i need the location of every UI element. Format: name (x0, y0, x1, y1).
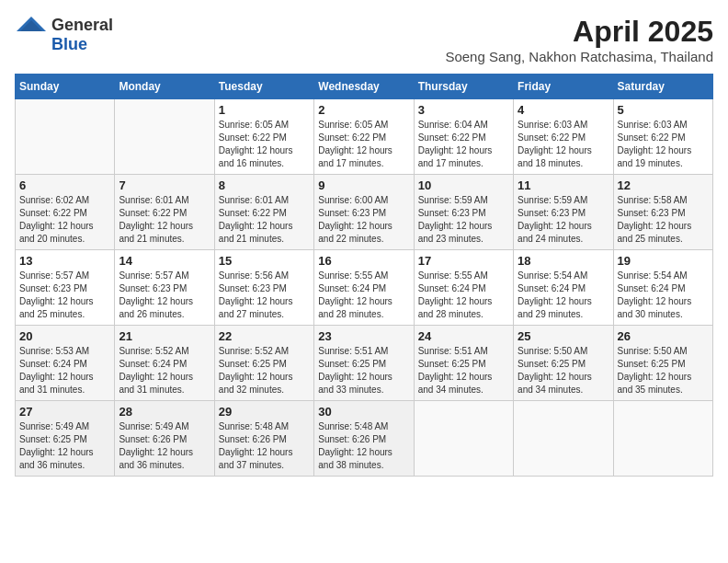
day-number: 26 (618, 329, 709, 343)
calendar-cell: 14Sunrise: 5:57 AM Sunset: 6:23 PM Dayli… (115, 250, 214, 326)
calendar-cell: 21Sunrise: 5:52 AM Sunset: 6:24 PM Dayli… (115, 326, 214, 401)
calendar-cell: 25Sunrise: 5:50 AM Sunset: 6:25 PM Dayli… (514, 326, 613, 401)
day-number: 22 (219, 329, 310, 343)
day-info: Sunrise: 5:51 AM Sunset: 6:25 PM Dayligh… (418, 345, 509, 396)
calendar-cell: 28Sunrise: 5:49 AM Sunset: 6:26 PM Dayli… (115, 401, 214, 477)
calendar-cell: 18Sunrise: 5:54 AM Sunset: 6:24 PM Dayli… (514, 250, 613, 326)
day-info: Sunrise: 5:59 AM Sunset: 6:23 PM Dayligh… (518, 194, 609, 246)
day-number: 5 (618, 103, 709, 117)
day-info: Sunrise: 5:51 AM Sunset: 6:25 PM Dayligh… (318, 345, 409, 396)
logo: General Blue (15, 15, 113, 54)
day-info: Sunrise: 5:48 AM Sunset: 6:26 PM Dayligh… (219, 420, 310, 472)
calendar-week-row: 6Sunrise: 6:02 AM Sunset: 6:22 PM Daylig… (16, 175, 713, 250)
day-info: Sunrise: 5:50 AM Sunset: 6:25 PM Dayligh… (618, 345, 709, 396)
day-number: 24 (418, 329, 509, 343)
day-number: 1 (219, 103, 310, 117)
calendar-cell: 12Sunrise: 5:58 AM Sunset: 6:23 PM Dayli… (613, 175, 712, 250)
calendar-cell: 19Sunrise: 5:54 AM Sunset: 6:24 PM Dayli… (613, 250, 712, 326)
day-info: Sunrise: 6:01 AM Sunset: 6:22 PM Dayligh… (219, 194, 310, 246)
calendar-cell: 16Sunrise: 5:55 AM Sunset: 6:24 PM Dayli… (314, 250, 414, 326)
calendar-cell: 4Sunrise: 6:03 AM Sunset: 6:22 PM Daylig… (514, 99, 613, 175)
calendar-cell: 7Sunrise: 6:01 AM Sunset: 6:22 PM Daylig… (115, 175, 214, 250)
calendar-cell: 23Sunrise: 5:51 AM Sunset: 6:25 PM Dayli… (314, 326, 414, 401)
day-info: Sunrise: 6:05 AM Sunset: 6:22 PM Dayligh… (318, 119, 409, 170)
day-info: Sunrise: 6:01 AM Sunset: 6:22 PM Dayligh… (119, 194, 210, 246)
day-number: 30 (318, 405, 409, 419)
day-number: 27 (19, 405, 110, 419)
calendar-cell: 8Sunrise: 6:01 AM Sunset: 6:22 PM Daylig… (214, 175, 313, 250)
calendar-header-row: SundayMondayTuesdayWednesdayThursdayFrid… (16, 75, 713, 99)
day-info: Sunrise: 5:52 AM Sunset: 6:25 PM Dayligh… (219, 345, 310, 396)
calendar-cell: 26Sunrise: 5:50 AM Sunset: 6:25 PM Dayli… (613, 326, 712, 401)
calendar-cell (414, 401, 513, 477)
calendar-cell: 24Sunrise: 5:51 AM Sunset: 6:25 PM Dayli… (414, 326, 513, 401)
day-number: 4 (518, 103, 609, 117)
day-number: 14 (119, 254, 210, 268)
calendar-cell: 17Sunrise: 5:55 AM Sunset: 6:24 PM Dayli… (414, 250, 513, 326)
calendar-cell: 11Sunrise: 5:59 AM Sunset: 6:23 PM Dayli… (514, 175, 613, 250)
calendar-cell (613, 401, 712, 477)
day-info: Sunrise: 5:56 AM Sunset: 6:23 PM Dayligh… (219, 270, 310, 321)
day-info: Sunrise: 5:49 AM Sunset: 6:25 PM Dayligh… (19, 420, 110, 472)
day-info: Sunrise: 5:53 AM Sunset: 6:24 PM Dayligh… (19, 345, 110, 396)
calendar-cell (16, 99, 115, 175)
day-info: Sunrise: 5:59 AM Sunset: 6:23 PM Dayligh… (418, 194, 509, 246)
day-number: 29 (219, 405, 310, 419)
weekday-header-sunday: Sunday (16, 75, 115, 99)
page-header: General Blue April 2025 Soeng Sang, Nakh… (15, 15, 713, 64)
calendar-cell (115, 99, 214, 175)
month-title: April 2025 (445, 15, 713, 49)
title-section: April 2025 Soeng Sang, Nakhon Ratchasima… (445, 15, 713, 64)
calendar-cell: 29Sunrise: 5:48 AM Sunset: 6:26 PM Dayli… (214, 401, 313, 477)
calendar-cell: 22Sunrise: 5:52 AM Sunset: 6:25 PM Dayli… (214, 326, 313, 401)
day-info: Sunrise: 5:50 AM Sunset: 6:25 PM Dayligh… (518, 345, 609, 396)
day-info: Sunrise: 6:03 AM Sunset: 6:22 PM Dayligh… (618, 119, 709, 170)
day-number: 23 (318, 329, 409, 343)
day-info: Sunrise: 5:57 AM Sunset: 6:23 PM Dayligh… (19, 270, 110, 321)
calendar-cell: 6Sunrise: 6:02 AM Sunset: 6:22 PM Daylig… (16, 175, 115, 250)
day-number: 17 (418, 254, 509, 268)
location-title: Soeng Sang, Nakhon Ratchasima, Thailand (445, 49, 713, 64)
day-number: 25 (518, 329, 609, 343)
day-number: 16 (318, 254, 409, 268)
day-info: Sunrise: 5:55 AM Sunset: 6:24 PM Dayligh… (418, 270, 509, 321)
logo-blue-text: Blue (51, 35, 87, 54)
day-number: 8 (219, 178, 310, 192)
day-number: 15 (219, 254, 310, 268)
day-info: Sunrise: 5:54 AM Sunset: 6:24 PM Dayligh… (618, 270, 709, 321)
calendar-cell: 5Sunrise: 6:03 AM Sunset: 6:22 PM Daylig… (613, 99, 712, 175)
weekday-header-tuesday: Tuesday (214, 75, 313, 99)
day-number: 10 (418, 178, 509, 192)
calendar-cell: 10Sunrise: 5:59 AM Sunset: 6:23 PM Dayli… (414, 175, 513, 250)
logo-icon (15, 15, 48, 35)
weekday-header-wednesday: Wednesday (314, 75, 414, 99)
calendar-cell: 3Sunrise: 6:04 AM Sunset: 6:22 PM Daylig… (414, 99, 513, 175)
calendar-cell: 2Sunrise: 6:05 AM Sunset: 6:22 PM Daylig… (314, 99, 414, 175)
day-number: 18 (518, 254, 609, 268)
day-number: 9 (318, 178, 409, 192)
calendar-table: SundayMondayTuesdayWednesdayThursdayFrid… (15, 74, 713, 477)
day-info: Sunrise: 6:00 AM Sunset: 6:23 PM Dayligh… (318, 194, 409, 246)
day-number: 3 (418, 103, 509, 117)
day-info: Sunrise: 5:57 AM Sunset: 6:23 PM Dayligh… (119, 270, 210, 321)
calendar-cell: 27Sunrise: 5:49 AM Sunset: 6:25 PM Dayli… (16, 401, 115, 477)
day-number: 20 (19, 329, 110, 343)
calendar-cell: 30Sunrise: 5:48 AM Sunset: 6:26 PM Dayli… (314, 401, 414, 477)
day-info: Sunrise: 5:49 AM Sunset: 6:26 PM Dayligh… (119, 420, 210, 472)
day-number: 11 (518, 178, 609, 192)
calendar-cell (514, 401, 613, 477)
day-number: 7 (119, 178, 210, 192)
logo-general-text: General (51, 16, 113, 35)
day-number: 12 (618, 178, 709, 192)
calendar-cell: 9Sunrise: 6:00 AM Sunset: 6:23 PM Daylig… (314, 175, 414, 250)
day-info: Sunrise: 5:55 AM Sunset: 6:24 PM Dayligh… (318, 270, 409, 321)
day-number: 28 (119, 405, 210, 419)
day-info: Sunrise: 5:48 AM Sunset: 6:26 PM Dayligh… (318, 420, 409, 472)
calendar-cell: 1Sunrise: 6:05 AM Sunset: 6:22 PM Daylig… (214, 99, 313, 175)
calendar-week-row: 13Sunrise: 5:57 AM Sunset: 6:23 PM Dayli… (16, 250, 713, 326)
day-number: 2 (318, 103, 409, 117)
calendar-cell: 20Sunrise: 5:53 AM Sunset: 6:24 PM Dayli… (16, 326, 115, 401)
day-number: 21 (119, 329, 210, 343)
calendar-week-row: 27Sunrise: 5:49 AM Sunset: 6:25 PM Dayli… (16, 401, 713, 477)
day-number: 19 (618, 254, 709, 268)
